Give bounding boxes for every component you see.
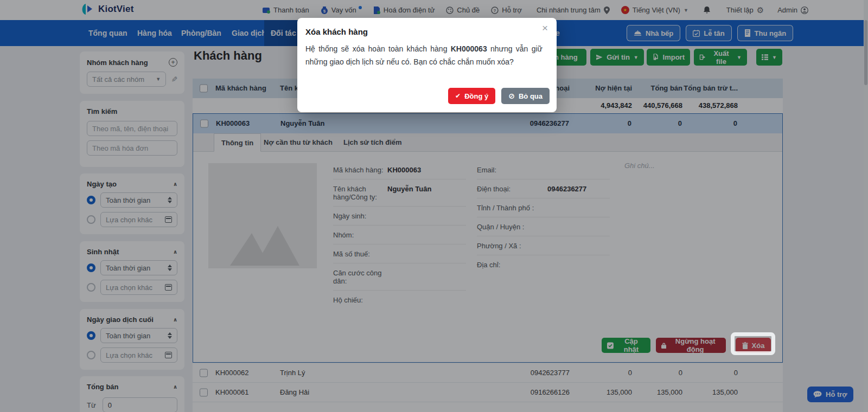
- cancel-delete-button[interactable]: ⊘ Bỏ qua: [501, 88, 550, 104]
- delete-confirm-modal: Xóa khách hàng × Hệ thống sẽ xóa hoàn to…: [297, 18, 557, 112]
- modal-title: Xóa khách hàng: [305, 27, 368, 36]
- confirm-delete-button[interactable]: ✔ Đồng ý: [448, 88, 495, 104]
- modal-message: Hệ thống sẽ xóa hoàn toàn khách hàng KH0…: [305, 42, 542, 68]
- customer-code: KH000063: [451, 44, 487, 53]
- kiotviet-app: KiotViet Thanh toán $ Vay vốn: [0, 0, 868, 412]
- check-icon: ✔: [455, 92, 461, 100]
- prohibition-icon: ⊘: [508, 92, 515, 100]
- delete-button-highlight: [731, 332, 775, 355]
- close-icon[interactable]: ×: [542, 23, 548, 33]
- modal-actions: ✔ Đồng ý ⊘ Bỏ qua: [448, 88, 550, 104]
